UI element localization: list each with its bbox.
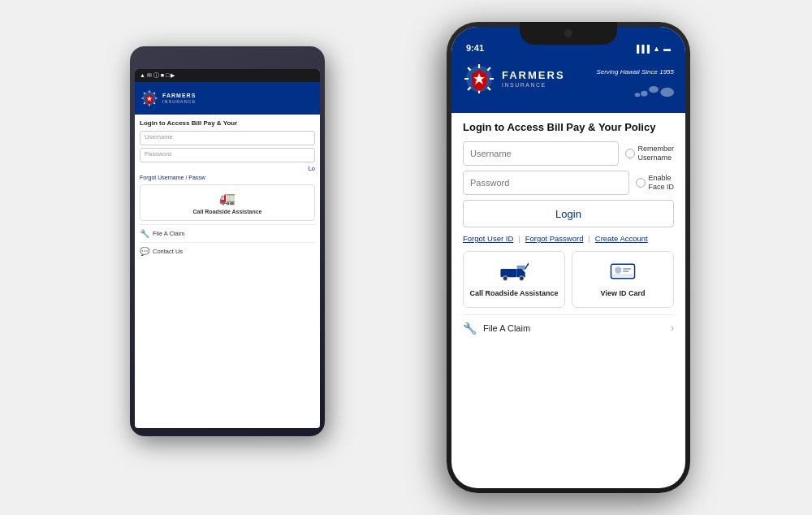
faceid-group: EnableFace ID (636, 174, 674, 192)
android-status-bar: ▲ ✉ ⓘ ■ □ ▶ (135, 69, 320, 82)
roadside-label: Call Roadside Assistance (469, 289, 559, 299)
android-status-icons: ▲ ✉ ⓘ ■ □ ▶ (140, 71, 175, 80)
svg-rect-26 (517, 266, 525, 270)
svg-point-22 (641, 91, 647, 97)
viewid-label: View ID Card (577, 289, 668, 299)
fileclaim-left: 🔧 File A Claim (463, 322, 530, 335)
username-input[interactable] (463, 141, 619, 166)
farmers-logo-android (140, 89, 159, 108)
login-button[interactable]: Login (463, 200, 674, 227)
android-roadside-card[interactable]: 🚛 Call Roadside Assistance (140, 184, 315, 221)
android-header: FARMERS INSURANCE (135, 82, 320, 115)
farmers-brand-iphone: FARMERS INSURANCE (502, 70, 565, 87)
farmers-brand-android: FARMERS INSURANCE (162, 93, 196, 104)
farmers-logo-iphone (463, 63, 495, 95)
farmers-insurance-android: INSURANCE (162, 99, 196, 104)
farmers-insurance-iphone: INSURANCE (502, 82, 565, 88)
sep-1: | (518, 235, 520, 243)
farmers-name-iphone: FARMERS (502, 70, 565, 81)
android-phone: ▲ ✉ ⓘ ■ □ ▶ (130, 46, 325, 436)
android-screen: ▲ ✉ ⓘ ■ □ ▶ (135, 69, 320, 428)
viewid-card[interactable]: View ID Card (572, 251, 674, 308)
svg-rect-34 (623, 270, 628, 271)
svg-rect-24 (500, 269, 516, 277)
hawaii-map-icon (633, 79, 674, 102)
faceid-label: EnableFace ID (648, 174, 674, 192)
svg-rect-33 (623, 268, 631, 269)
svg-line-7 (153, 93, 155, 94)
android-claim-label: File A Claim (153, 230, 185, 237)
create-account-link[interactable]: Create Account (595, 234, 648, 243)
scene: ▲ ✉ ⓘ ■ □ ▶ (81, 22, 731, 493)
remember-group: RememberUsername (625, 145, 674, 162)
svg-point-27 (503, 276, 508, 281)
iphone-notch (520, 22, 617, 45)
forgot-userid-link[interactable]: Forgot User ID (463, 234, 513, 243)
farmers-name-android: FARMERS (162, 93, 196, 99)
svg-line-6 (153, 102, 155, 104)
svg-line-18 (468, 87, 471, 90)
svg-point-23 (635, 93, 641, 97)
svg-line-8 (144, 102, 145, 104)
password-input[interactable] (463, 171, 629, 195)
svg-point-28 (519, 276, 524, 281)
android-content: Login to Access Bill Pay & Your Username… (135, 115, 320, 265)
iphone-status-icons: ▐▐▐ ▲ ▬ (634, 45, 671, 53)
svg-line-16 (487, 87, 490, 90)
svg-point-32 (615, 267, 621, 273)
forgot-password-link[interactable]: Forgot Password (525, 234, 584, 243)
android-username[interactable]: Username (140, 131, 315, 145)
action-cards-row: Call Roadside Assistance View ID Card (463, 251, 674, 308)
header-right: Serving Hawaii Since 1955 (565, 63, 674, 105)
iphone-camera (564, 29, 572, 37)
android-contact-item[interactable]: 💬 Contact Us (140, 242, 315, 260)
android-contact-icon: 💬 (140, 247, 149, 256)
links-row: Forgot User ID | Forgot Password | Creat… (463, 234, 674, 243)
remember-label: RememberUsername (637, 145, 674, 162)
faceid-item[interactable]: EnableFace ID (636, 174, 674, 192)
svg-line-17 (487, 67, 490, 71)
wifi-icon: ▲ (653, 45, 660, 53)
android-roadside-label: Call Roadside Assistance (193, 209, 262, 214)
android-wrench-icon: 🔧 (140, 229, 149, 238)
fileclaim-row[interactable]: 🔧 File A Claim › (463, 314, 674, 341)
iphone-time: 9:41 (466, 43, 484, 53)
iphone-main-content: Login to Access Bill Pay & Your Policy R… (451, 113, 685, 349)
username-row: RememberUsername (463, 141, 674, 166)
android-claim-item[interactable]: 🔧 File A Claim (140, 224, 315, 242)
iphone-login-title: Login to Access Bill Pay & Your Policy (463, 121, 674, 133)
tow-truck-icon (499, 260, 529, 283)
signal-icon: ▐▐▐ (634, 45, 650, 53)
svg-point-21 (649, 86, 659, 93)
sep-2: | (588, 235, 590, 243)
id-card-icon (610, 260, 636, 283)
battery-icon: ▬ (663, 45, 671, 53)
header-tagline: Serving Hawaii Since 1955 (596, 68, 674, 76)
wrench-icon: 🔧 (463, 322, 477, 335)
fileclaim-label: File A Claim (483, 323, 530, 333)
svg-line-15 (468, 67, 471, 71)
roadside-card[interactable]: Call Roadside Assistance (463, 251, 565, 308)
chevron-right-icon: › (671, 322, 674, 334)
android-contact-label: Contact Us (153, 248, 183, 255)
faceid-circle[interactable] (636, 178, 646, 188)
android-login-title: Login to Access Bill Pay & Your (140, 119, 315, 127)
remember-circle[interactable] (625, 149, 635, 158)
android-login-link[interactable]: Lo (140, 165, 315, 172)
iphone-header: FARMERS INSURANCE Serving Hawaii Since 1… (451, 56, 685, 113)
password-row: EnableFace ID (463, 171, 674, 195)
svg-line-5 (144, 93, 145, 94)
svg-rect-35 (612, 274, 633, 277)
android-forgot-link[interactable]: Forgot Username / Passw (140, 175, 315, 180)
iphone-screen: 9:41 ▐▐▐ ▲ ▬ (451, 27, 685, 488)
svg-point-20 (660, 88, 674, 97)
remember-item[interactable]: RememberUsername (625, 145, 674, 162)
android-password[interactable]: Password (140, 148, 315, 162)
iphone-phone: 9:41 ▐▐▐ ▲ ▬ (447, 22, 690, 493)
android-tow-icon: 🚛 (145, 190, 309, 206)
